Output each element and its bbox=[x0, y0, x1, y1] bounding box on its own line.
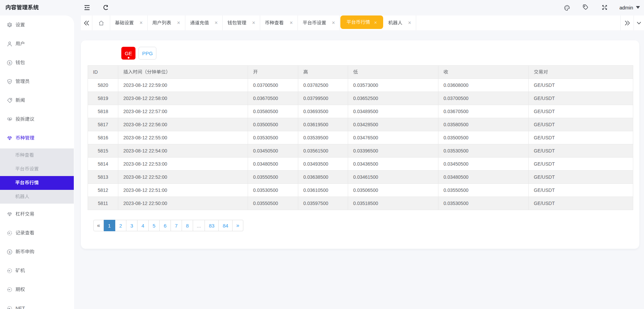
svg-text:$: $ bbox=[9, 250, 11, 254]
svg-text:$: $ bbox=[9, 61, 11, 65]
